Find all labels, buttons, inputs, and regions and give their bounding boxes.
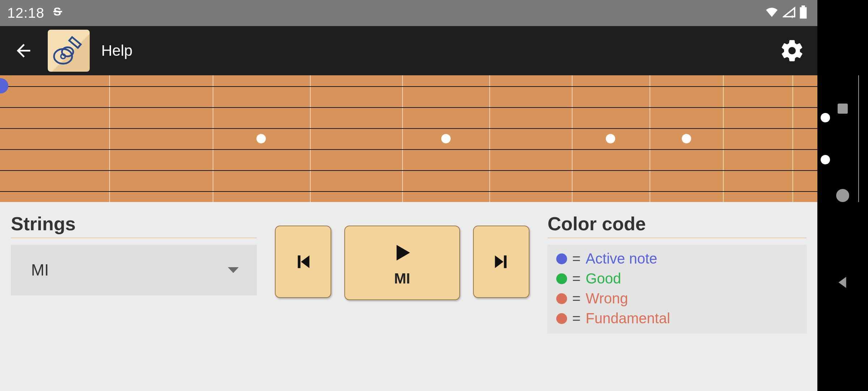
nav-recent-button[interactable] [832,98,854,119]
app-bar: Help [0,26,817,75]
equals-sign: = [572,290,580,307]
settings-button[interactable] [778,36,807,65]
legend-row: = Wrong [556,290,798,307]
legend-row: = Active note [556,251,798,267]
svg-point-7 [61,54,65,59]
svg-text:!: ! [791,14,793,18]
legend-label: Active note [586,251,657,267]
svg-rect-3 [801,5,805,7]
equals-sign: = [572,251,580,267]
string-line [0,86,817,87]
divider [548,237,807,238]
svg-rect-8 [69,37,81,48]
play-note-label: MI [394,270,410,287]
svg-point-6 [62,47,73,56]
nav-back-button[interactable] [832,272,854,293]
previous-button[interactable] [275,226,331,298]
fret-marker [821,155,830,164]
signal-icon: ! [783,7,796,20]
app-status-icon: S [52,5,64,22]
equals-sign: = [572,270,580,287]
page-title: Help [101,42,132,59]
color-swatch [556,273,567,284]
chevron-down-icon [228,267,239,273]
svg-point-10 [836,189,849,202]
fret-line [858,75,859,202]
string-select[interactable]: MI [11,245,257,295]
legend-label: Fundamental [586,310,670,327]
string-line [0,191,817,192]
legend-row: = Fundamental [556,310,798,327]
play-button[interactable]: MI [344,226,460,300]
strings-heading: Strings [11,213,257,235]
string-line [0,128,817,129]
divider [11,237,257,238]
fret-marker [441,134,451,143]
status-bar: 12:18 S ! [0,0,817,26]
next-button[interactable] [473,226,529,298]
string-select-value: MI [31,261,49,279]
back-button[interactable] [11,38,36,63]
system-nav-rail [817,0,868,391]
legend-heading: Color code [548,213,807,235]
color-swatch [556,253,567,264]
battery-icon [799,5,807,21]
string-line [0,149,817,150]
status-time: 12:18 [7,5,44,21]
legend-label: Good [586,270,621,287]
legend-row: = Good [556,270,798,287]
color-swatch [556,293,567,304]
fret-marker [821,113,830,122]
color-swatch [556,313,567,324]
fretboard[interactable] [0,75,817,202]
legend-label: Wrong [586,290,628,307]
fret-marker [256,134,266,143]
nav-home-button[interactable] [832,185,854,206]
string-line [0,170,817,171]
string-line [0,107,817,108]
controls-panel: Strings MI MI Color code = Active note =… [0,202,817,391]
app-icon [48,30,90,72]
fret-marker [606,134,615,143]
fret-marker [682,134,691,143]
wifi-icon [765,7,779,20]
equals-sign: = [572,310,580,327]
svg-rect-9 [838,104,848,114]
svg-rect-4 [800,7,807,18]
legend-box: = Active note = Good = Wrong = Fundament… [548,245,807,334]
